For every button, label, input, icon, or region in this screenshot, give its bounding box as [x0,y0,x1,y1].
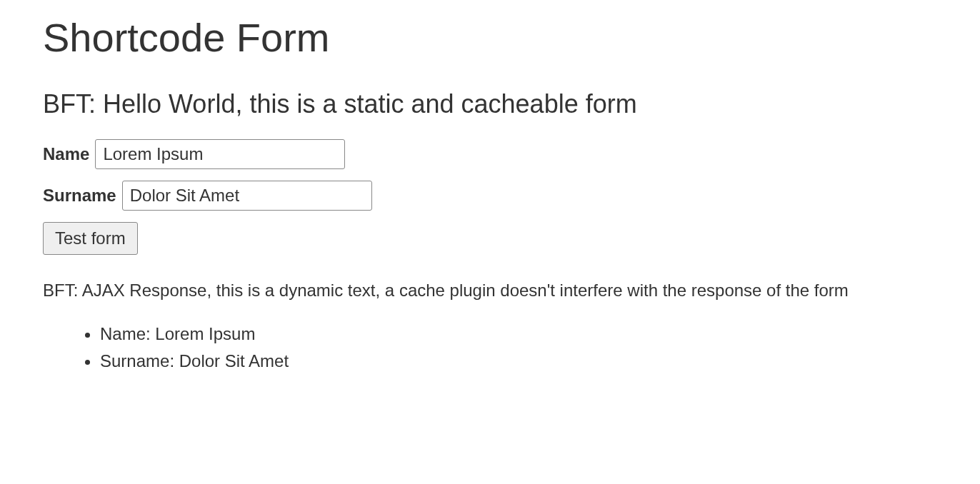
ajax-response-text: BFT: AJAX Response, this is a dynamic te… [43,278,937,303]
response-list: Name: Lorem Ipsum Surname: Dolor Sit Ame… [43,321,937,375]
list-item: Surname: Dolor Sit Amet [100,348,937,375]
page-subtitle: BFT: Hello World, this is a static and c… [43,89,937,119]
surname-input[interactable] [122,181,372,211]
surname-row: Surname [43,181,937,211]
test-form-button[interactable]: Test form [43,222,138,255]
name-label: Name [43,144,89,164]
name-row: Name [43,139,937,169]
list-item: Name: Lorem Ipsum [100,321,937,348]
surname-label: Surname [43,186,116,206]
name-input[interactable] [95,139,345,169]
page-title: Shortcode Form [43,14,937,61]
